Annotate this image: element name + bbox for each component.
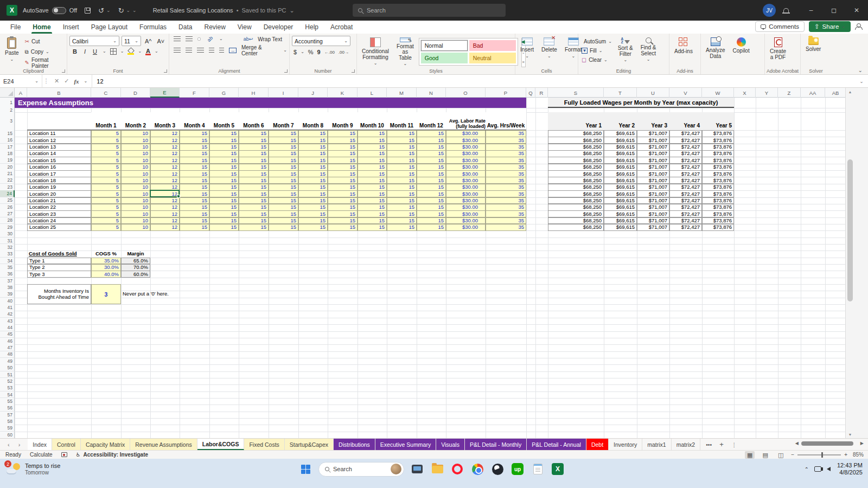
column-header-T[interactable]: T — [604, 88, 637, 98]
wage-cell[interactable]: $68,250 — [548, 144, 604, 151]
taskbar-chrome[interactable] — [470, 462, 484, 476]
month-value-cell[interactable]: 15 — [298, 164, 328, 171]
merge-center-icon[interactable]: ↔ — [229, 48, 237, 53]
month-value-cell[interactable]: 10 — [121, 217, 150, 224]
top-align-icon[interactable] — [174, 36, 181, 42]
wage-cell[interactable]: $73,876 — [702, 190, 734, 197]
month-value-cell[interactable]: 15 — [298, 204, 328, 211]
row-header-15[interactable]: 15 — [0, 130, 15, 137]
analyze-data-button[interactable]: Analyze Data — [703, 36, 728, 67]
row-header-33[interactable]: 33 — [0, 251, 15, 258]
month-value-cell[interactable]: 15 — [298, 177, 328, 184]
month-value-cell[interactable]: 15 — [358, 130, 387, 137]
row-header-59[interactable]: 59 — [0, 425, 15, 432]
macro-record-icon[interactable] — [61, 452, 67, 457]
month-value-cell[interactable]: 15 — [269, 184, 298, 191]
wage-cell[interactable]: $73,876 — [702, 144, 734, 151]
month-value-cell[interactable]: 15 — [209, 204, 239, 211]
page-layout-view-icon[interactable]: ▤ — [760, 451, 770, 459]
month-value-cell[interactable]: 5 — [91, 210, 121, 217]
wage-cell[interactable]: $73,876 — [702, 217, 734, 224]
column-header-J[interactable]: J — [298, 88, 328, 98]
month-value-cell[interactable]: 15 — [328, 224, 358, 231]
find-select-button[interactable]: Find & Select ⌄ — [638, 36, 659, 67]
month-value-cell[interactable]: 15 — [180, 204, 209, 211]
labor-rate-cell[interactable]: $30.00 — [446, 197, 486, 204]
wage-cell[interactable]: $71,007 — [637, 150, 669, 157]
month-value-cell[interactable]: 15 — [209, 144, 239, 151]
clear-button[interactable]: ◻Clear⌄ — [580, 56, 613, 64]
row-header-16[interactable]: 16 — [0, 137, 15, 144]
row-header-32[interactable]: 32 — [0, 244, 15, 251]
page-break-view-icon[interactable]: ◫ — [776, 451, 786, 459]
month-value-cell[interactable]: 10 — [121, 210, 150, 217]
style-bad[interactable]: Bad — [469, 40, 516, 51]
column-header-F[interactable]: F — [180, 88, 209, 98]
row-header-60[interactable]: 60 — [0, 432, 15, 438]
month-value-cell[interactable]: 15 — [269, 210, 298, 217]
month-value-cell[interactable]: 15 — [328, 184, 358, 191]
row-header-43[interactable]: 43 — [0, 318, 15, 325]
month-value-cell[interactable]: 15 — [358, 164, 387, 171]
taskbar-app-monitor[interactable] — [410, 462, 424, 476]
copilot-button[interactable]: Copilot — [730, 36, 752, 67]
row-header-46[interactable]: 46 — [0, 338, 15, 345]
month-value-cell[interactable]: 15 — [180, 164, 209, 171]
sheet-tab-matrix2[interactable]: matrix2 — [672, 439, 700, 450]
cogs-type-cell[interactable]: Type 3 — [27, 271, 91, 278]
hours-cell[interactable]: 35 — [486, 204, 526, 211]
month-value-cell[interactable]: 15 — [298, 184, 328, 191]
column-header-R[interactable]: R — [535, 88, 548, 98]
ribbon-tab-insert[interactable]: Insert — [57, 21, 85, 34]
cogs-pct-cell[interactable]: 35.0% — [91, 258, 121, 265]
sheet-tab-p-l-detail-monthly[interactable]: P&L Detail - Monthly — [465, 439, 527, 450]
start-button[interactable] — [298, 462, 312, 476]
month-value-cell[interactable]: 15 — [239, 204, 269, 211]
month-value-cell[interactable]: 15 — [180, 150, 209, 157]
month-value-cell[interactable]: 15 — [358, 197, 387, 204]
location-cell[interactable]: Location 18 — [27, 177, 91, 184]
month-value-cell[interactable]: 15 — [298, 190, 328, 197]
location-cell[interactable]: Location 11 — [27, 130, 91, 137]
sheet-tab-control[interactable]: Control — [52, 439, 81, 450]
sheet-tab-capacity-matrix[interactable]: Capacity Matrix — [81, 439, 130, 450]
wage-cell[interactable]: $69,615 — [604, 184, 637, 191]
wage-cell[interactable]: $68,250 — [548, 130, 604, 137]
comma-style-icon[interactable]: 9 — [317, 49, 321, 55]
month-value-cell[interactable]: 15 — [239, 137, 269, 144]
format-as-table-button[interactable]: Format as Table ⌄ — [394, 36, 417, 67]
tray-volume-icon[interactable] — [827, 467, 831, 471]
month-value-cell[interactable]: 15 — [387, 210, 417, 217]
wage-cell[interactable]: $68,250 — [548, 204, 604, 211]
month-value-cell[interactable]: 15 — [328, 177, 358, 184]
collapse-ribbon-icon[interactable]: ⌄ — [858, 67, 863, 73]
margin-pct-cell[interactable]: 65.0% — [121, 258, 150, 265]
month-value-cell[interactable]: 15 — [269, 157, 298, 164]
cogs-pct-cell[interactable]: 40.0% — [91, 271, 121, 278]
wage-cell[interactable]: $69,615 — [604, 197, 637, 204]
wage-cell[interactable]: $72,427 — [669, 224, 702, 231]
bottom-align-button[interactable] — [197, 37, 201, 41]
month-value-cell[interactable]: 10 — [121, 197, 150, 204]
tabstrip-menu-icon[interactable]: ⋮ — [731, 441, 737, 448]
row-header-34[interactable]: 34 — [0, 258, 15, 265]
font-family-select[interactable]: Calibri⌄ — [69, 36, 119, 46]
month-value-cell[interactable]: 10 — [121, 137, 150, 144]
month-value-cell[interactable]: 10 — [121, 130, 150, 137]
month-value-cell[interactable]: 15 — [239, 197, 269, 204]
document-title[interactable]: Retail Sales Scaling Locations • Saved t… — [153, 7, 295, 14]
taskbar-file-explorer[interactable] — [430, 462, 444, 476]
horizontal-scroll-thumb[interactable] — [801, 441, 853, 446]
hscroll-right-icon[interactable]: ▶ — [860, 441, 864, 446]
wage-cell[interactable]: $68,250 — [548, 150, 604, 157]
month-value-cell[interactable]: 15 — [269, 224, 298, 231]
month-value-cell[interactable]: 10 — [121, 204, 150, 211]
month-value-cell[interactable]: 5 — [91, 170, 121, 177]
conditional-formatting-button[interactable]: Conditional Formatting ⌄ — [359, 36, 392, 67]
month-value-cell[interactable]: 15 — [239, 164, 269, 171]
sheet-tab-revenue-assumptions[interactable]: Revenue Assumptions — [130, 439, 197, 450]
wage-cell[interactable]: $72,427 — [669, 177, 702, 184]
wage-cell[interactable]: $73,876 — [702, 177, 734, 184]
location-cell[interactable]: Location 16 — [27, 164, 91, 171]
location-cell[interactable]: Location 12 — [27, 137, 91, 144]
